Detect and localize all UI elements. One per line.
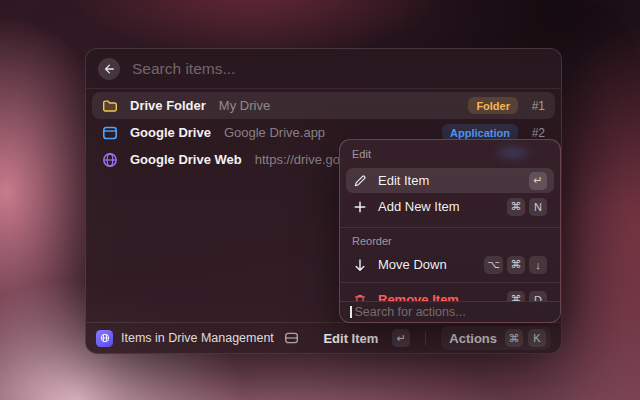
primary-action-label[interactable]: Edit Item <box>323 331 378 346</box>
menu-item-edit-item[interactable]: Edit Item ↵ <box>346 168 554 193</box>
extension-app-icon <box>96 330 113 347</box>
item-title: Drive Folder <box>130 98 206 113</box>
actions-search-input[interactable]: Search for actions... <box>355 305 466 319</box>
launcher-window: Search items... Drive Folder My Drive Fo… <box>85 48 562 354</box>
item-rank: #2 <box>527 126 545 140</box>
arrow-down-keycap: ↓ <box>529 256 547 274</box>
status-bar: Items in Drive Management Edit Item ↵ Ac… <box>86 322 561 353</box>
screen: Search items... Drive Folder My Drive Fo… <box>0 0 640 400</box>
menu-item-add-new-item[interactable]: Add New Item ⌘ N <box>346 194 554 219</box>
item-title: Google Drive Web <box>130 152 242 167</box>
actions-search-bar[interactable]: Search for actions... <box>340 301 560 322</box>
actions-button[interactable]: Actions ⌘ K <box>441 326 551 350</box>
option-keycap: ⌥ <box>484 256 503 274</box>
menu-section-header: Reorder <box>340 228 560 252</box>
return-keycap: ↵ <box>529 172 547 190</box>
menu-item-move-down[interactable]: Move Down ⌥ ⌘ ↓ <box>346 252 554 277</box>
menu-item-label: Edit Item <box>378 173 429 188</box>
text-caret <box>350 306 352 318</box>
item-subtitle: Google Drive.app <box>224 125 325 140</box>
k-keycap: K <box>528 329 546 347</box>
menu-divider <box>340 282 560 283</box>
list-item-drive-folder[interactable]: Drive Folder My Drive Folder #1 <box>92 92 555 119</box>
arrow-down-icon <box>353 258 367 272</box>
item-subtitle: My Drive <box>219 98 270 113</box>
plus-icon <box>353 200 367 214</box>
search-input[interactable]: Search items... <box>132 60 235 78</box>
actions-menu: Edit Edit Item ↵ A <box>339 139 561 323</box>
command-keycap: ⌘ <box>507 198 525 216</box>
menu-section-header: Edit <box>340 140 560 165</box>
footer-divider <box>425 331 426 345</box>
return-keycap: ↵ <box>392 329 410 347</box>
globe-icon <box>102 152 118 168</box>
folder-icon <box>102 98 118 114</box>
pencil-icon <box>353 174 367 188</box>
n-keycap: N <box>529 198 547 216</box>
search-bar: Search items... <box>86 49 561 89</box>
menu-item-label: Add New Item <box>378 199 460 214</box>
back-arrow-icon <box>103 63 115 75</box>
back-button[interactable] <box>98 58 120 80</box>
source-label: Items in Drive Management <box>121 331 274 345</box>
item-type-badge: Folder <box>468 97 518 114</box>
disk-icon <box>284 331 299 345</box>
app-window-icon <box>102 125 118 141</box>
command-keycap: ⌘ <box>507 256 525 274</box>
item-title: Google Drive <box>130 125 211 140</box>
command-keycap: ⌘ <box>505 329 523 347</box>
item-rank: #1 <box>527 99 545 113</box>
actions-label: Actions <box>449 331 497 346</box>
menu-item-label: Move Down <box>378 257 447 272</box>
